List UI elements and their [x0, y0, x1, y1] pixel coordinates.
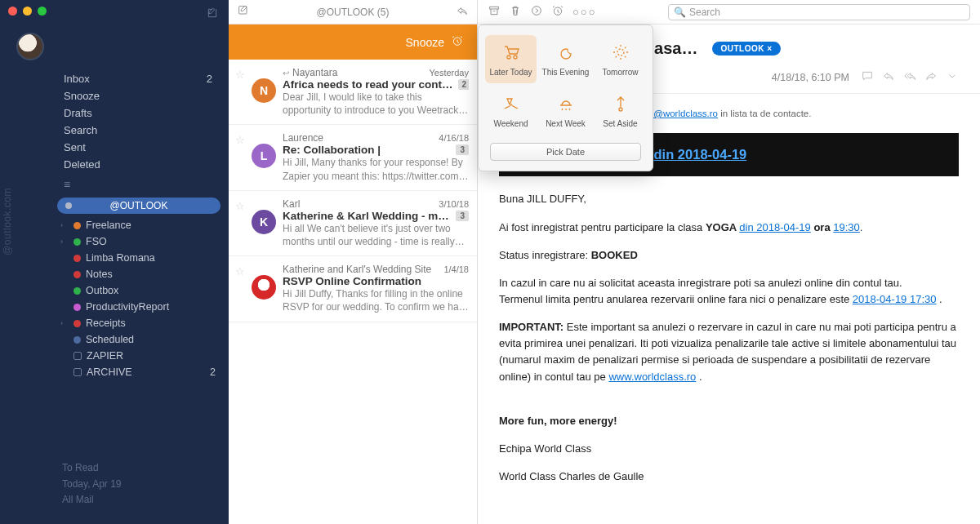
class-date-link[interactable]: din 2018-04-19 — [739, 221, 810, 233]
move-icon[interactable] — [530, 4, 543, 20]
folder-notes[interactable]: Notes — [57, 266, 229, 282]
message-row[interactable]: ☆ L Laurence4/16/18 Re: Collaboration |3… — [229, 125, 477, 190]
sidebar-menu-icon[interactable]: ≡ — [0, 173, 229, 194]
folder-receipts[interactable]: ›Receipts — [57, 315, 229, 331]
snooze-option-icon — [501, 93, 521, 114]
trash-icon[interactable] — [509, 4, 522, 20]
folder-zapier[interactable]: ZAPIER — [57, 348, 229, 364]
pick-date-button[interactable]: Pick Date — [490, 143, 641, 161]
snooze-option-icon — [501, 42, 521, 63]
folder-fso[interactable]: ›FSO — [57, 233, 229, 250]
folder-dot-icon — [74, 304, 81, 311]
sender-avatar: L — [252, 144, 276, 168]
reply-all-icon[interactable] — [903, 69, 916, 85]
chevron-down-icon[interactable] — [946, 69, 959, 85]
message-row[interactable]: ☆ N ↩NayantaraYesterday Africa needs to … — [229, 60, 477, 125]
minimize-window-icon[interactable] — [23, 7, 32, 16]
clock-icon — [451, 34, 464, 50]
footer-allmail[interactable]: All Mail — [62, 492, 229, 508]
star-icon[interactable]: ☆ — [235, 132, 245, 182]
edit-icon[interactable] — [237, 4, 250, 20]
folder-label: Limba Romana — [86, 252, 155, 264]
sidebar-item-count: 2 — [207, 73, 212, 85]
message-from: Katherine and Karl's Wedding Site — [283, 264, 431, 275]
message-row[interactable]: ☆ Katherine and Karl's Wedding Site1/4/1… — [229, 256, 477, 322]
more-icon[interactable]: ○○○ — [572, 6, 597, 18]
snooze-option-label: Tomorrow — [603, 68, 639, 77]
folder-label: FSO — [86, 236, 107, 247]
message-date: 3/10/18 — [439, 199, 469, 209]
sidebar-item-drafts[interactable]: Drafts — [57, 104, 229, 122]
account-badge[interactable]: OUTLOOK × — [712, 42, 780, 56]
folder-archive[interactable]: ARCHIVE2 — [57, 364, 229, 380]
account-pill[interactable]: @OUTLOOK — [57, 198, 220, 214]
snooze-option-later-today[interactable]: Later Today — [485, 35, 537, 83]
chevron-icon[interactable]: › — [60, 319, 69, 327]
sidebar-item-label: Search — [64, 124, 97, 136]
chat-icon[interactable] — [861, 69, 874, 85]
folder-label: Notes — [86, 269, 113, 280]
sidebar-item-sent[interactable]: Sent — [57, 139, 229, 156]
msglist-toolbar: @OUTLOOK (5) — [229, 0, 477, 24]
snooze-option-weekend[interactable]: Weekend — [485, 87, 537, 135]
snooze-option-tomorrow[interactable]: Tomorrow — [595, 35, 646, 83]
star-icon[interactable]: ☆ — [235, 198, 245, 248]
snooze-option-icon — [556, 42, 576, 63]
worldclass-link[interactable]: www.worldclass.ro — [608, 371, 696, 383]
footer-toread[interactable]: To Read — [62, 460, 229, 476]
reply-icon[interactable] — [456, 4, 469, 20]
snooze-icon[interactable] — [551, 4, 564, 20]
signoff-location: World Class Charles de Gaulle — [499, 468, 959, 485]
snooze-option-set-aside[interactable]: Set Aside — [595, 87, 646, 135]
folder-scheduled[interactable]: Scheduled — [57, 331, 229, 348]
snooze-option-this-evening[interactable]: This Evening — [540, 35, 591, 83]
folder-dot-icon — [74, 222, 81, 229]
maximize-window-icon[interactable] — [38, 7, 47, 16]
folder-label: ZAPIER — [87, 350, 123, 362]
message-preview: Hi Jill, Many thanks for your response! … — [283, 156, 469, 182]
important-paragraph: IMPORTANT: Este important sa anulezi o r… — [499, 319, 959, 385]
banner-date-link[interactable]: din 2018-04-19 — [654, 147, 747, 162]
folder-outbox[interactable]: Outbox — [57, 282, 229, 299]
star-icon[interactable]: ☆ — [235, 67, 245, 117]
sidebar-item-search[interactable]: Search — [57, 122, 229, 139]
forward-icon[interactable] — [924, 69, 938, 85]
message-date: Yesterday — [429, 68, 469, 78]
class-time-link[interactable]: 19:30 — [833, 221, 860, 233]
window-controls[interactable] — [8, 7, 47, 16]
compose-icon[interactable] — [206, 7, 219, 22]
folder-label: ARCHIVE — [87, 366, 132, 378]
message-row[interactable]: ☆ K Karl3/10/18 Katherine & Karl Wedding… — [229, 191, 477, 256]
sender-avatar: K — [252, 210, 276, 234]
folder-productivityreport[interactable]: ProductivityReport — [57, 299, 229, 315]
reply-icon[interactable] — [882, 69, 895, 85]
deadline-link[interactable]: 2018-04-19 17:30 — [853, 293, 937, 305]
star-icon[interactable]: ☆ — [235, 264, 245, 313]
snooze-header-label: Snooze — [406, 36, 444, 49]
svg-point-8 — [619, 108, 622, 111]
reply-indicator-icon: ↩ — [283, 69, 289, 78]
sidebar-item-inbox[interactable]: Inbox2 — [57, 70, 229, 87]
sender-avatar: N — [252, 78, 276, 103]
folder-limba romana[interactable]: Limba Romana — [57, 250, 229, 266]
email-date: 4/18/18, 6:10 PM — [772, 72, 849, 83]
close-window-icon[interactable] — [8, 7, 17, 16]
sidebar-item-deleted[interactable]: Deleted — [57, 156, 229, 173]
message-subject: RSVP Online Confirmation — [283, 275, 421, 287]
snooze-option-next-week[interactable]: Next Week — [540, 87, 591, 135]
chevron-icon[interactable]: › — [60, 221, 69, 229]
folder-label: Freelance — [86, 220, 131, 231]
footer-today[interactable]: Today, Apr 19 — [62, 477, 229, 492]
folder-freelance[interactable]: ›Freelance — [57, 217, 229, 233]
sidebar-item-label: Deleted — [64, 158, 100, 171]
user-avatar[interactable] — [16, 33, 44, 60]
status-dot-icon — [65, 202, 72, 209]
sidebar-item-snooze[interactable]: Snooze — [57, 87, 229, 104]
account-vertical-label: @outlook.com — [2, 188, 13, 255]
folder-dot-icon — [74, 287, 81, 295]
search-input[interactable]: 🔍 Search — [668, 4, 970, 20]
chevron-icon[interactable]: › — [60, 238, 69, 246]
archive-icon[interactable] — [488, 4, 501, 20]
reader-toolbar: ○○○ 🔍 Search — [478, 0, 980, 24]
message-from: Karl — [283, 198, 300, 210]
